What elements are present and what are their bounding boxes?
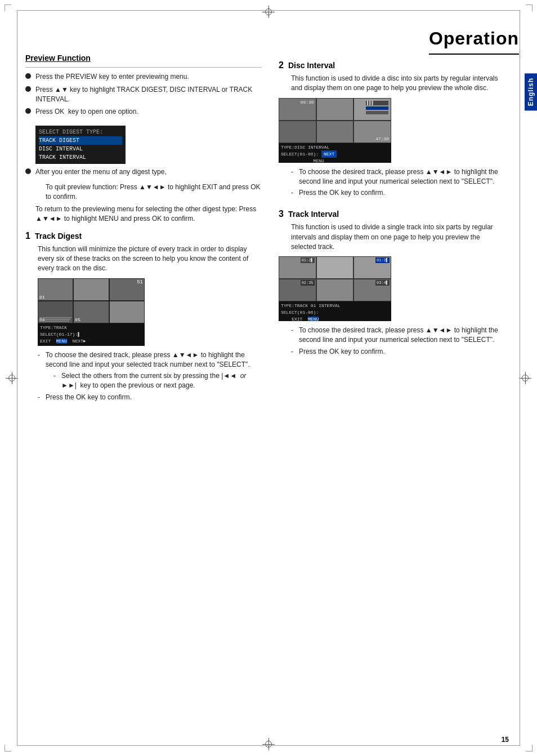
section-3: 3 Track Interval This function is used t… <box>279 209 506 357</box>
header-bar: Operation <box>18 28 519 52</box>
page-border-top <box>17 10 520 11</box>
return-text: To return to the previewing menu for sel… <box>35 204 262 224</box>
bullet-dot-4 <box>25 168 31 174</box>
bullet-item-3: Press OK key to open one option. <box>25 107 262 117</box>
bullet-dot-2 <box>25 86 31 92</box>
bullet-item-2: Press ▲▼ key to highlight TRACK DIGEST, … <box>25 85 262 104</box>
heading-divider <box>25 67 262 68</box>
bullet-dot-1 <box>25 73 31 79</box>
section-3-number: 3 <box>279 209 284 219</box>
bullet-item-1: Press the PREVIEW key to enter previewin… <box>25 72 262 82</box>
section-1-title: Track Digest <box>35 232 82 241</box>
menu-screenshot: SELECT DIGEST TYPE: TRACK DIGEST DISC IN… <box>35 126 126 164</box>
section-1-dash-2: Select the others from the current six b… <box>53 371 262 390</box>
section-2-dash-2: Press the OK key to confirm. <box>291 188 506 198</box>
section-2-dash-1: To choose the desired track, please pres… <box>291 167 506 186</box>
track-interval-screenshot: 01:2▌ 01:2▌ 02:35 03:4▌ <box>279 256 391 321</box>
page-border-bottom <box>17 745 520 746</box>
after-bullet-list: After you enter the menu of any digest t… <box>25 167 262 177</box>
disc-interval-screenshot: 09:30 ▌▌▌ 47:30 TYPE: <box>279 98 391 163</box>
section-3-title: Track Interval <box>288 210 339 219</box>
section-3-dash-list: To choose the desired track, please pres… <box>291 326 506 356</box>
section-3-dash-1: To choose the desired track, please pres… <box>291 326 506 345</box>
preview-bullet-list: Press the PREVIEW key to enter previewin… <box>25 72 262 117</box>
bullet-item-4: After you enter the menu of any digest t… <box>25 167 262 177</box>
page-border-left <box>17 10 17 746</box>
corner-mark-bl <box>5 745 11 751</box>
right-column: 2 Disc Interval This function is used to… <box>279 54 506 739</box>
page-title: Operation <box>429 28 519 48</box>
section-2-number: 2 <box>279 60 284 70</box>
section-3-dash-2: Press the OK key to confirm. <box>291 347 506 357</box>
left-column: Preview Function Press the PREVIEW key t… <box>25 54 262 739</box>
main-content: Preview Function Press the PREVIEW key t… <box>25 54 506 739</box>
reg-mark-right <box>519 372 531 384</box>
section-1-dash-list: To choose the desired track, please pres… <box>38 350 262 402</box>
corner-mark-br <box>526 745 532 751</box>
reg-mark-bottom <box>262 738 275 750</box>
language-tab: English <box>525 73 537 110</box>
section-1-dash-1: To choose the desired track, please pres… <box>38 350 262 370</box>
bullet-dot-3 <box>25 108 31 114</box>
section-1: 1 Track Digest This function will minimi… <box>25 231 262 402</box>
section-1-dash-3: Press the OK key to confirm. <box>38 393 262 402</box>
section-2-body: This function is used to divide a disc i… <box>291 74 506 94</box>
section-2-title: Disc Interval <box>288 61 335 70</box>
section-2: 2 Disc Interval This function is used to… <box>279 60 506 198</box>
section-1-number: 1 <box>25 231 30 241</box>
corner-mark-tl <box>5 5 11 11</box>
page-border-right <box>520 10 520 746</box>
quit-text: To quit preview function: Press ▲▼◄► to … <box>46 183 262 202</box>
section-1-header: 1 Track Digest <box>25 231 262 241</box>
reg-mark-top <box>262 6 275 18</box>
section-3-body: This function is used to divide a single… <box>291 223 506 252</box>
corner-mark-tr <box>526 5 532 11</box>
preview-function-heading: Preview Function <box>25 54 262 63</box>
page-number: 15 <box>502 736 509 744</box>
track-digest-screenshot: 01 51 04 05 <box>38 278 145 346</box>
section-3-header: 3 Track Interval <box>279 209 506 219</box>
reg-mark-left <box>6 372 18 384</box>
section-2-header: 2 Disc Interval <box>279 60 506 70</box>
section-2-dash-list: To choose the desired track, please pres… <box>291 167 506 198</box>
section-1-body: This function will minimize the picture … <box>38 244 262 274</box>
